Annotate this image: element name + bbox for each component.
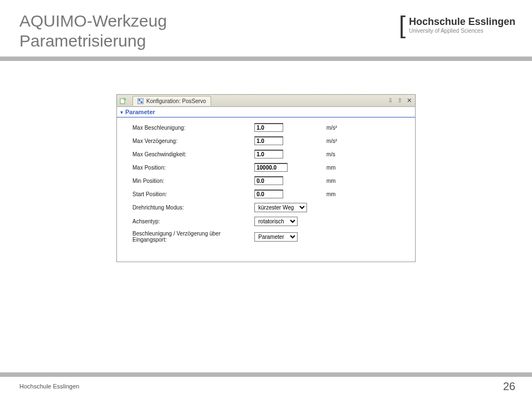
param-control: Parameter [254, 232, 326, 242]
close-icon[interactable]: ✕ [405, 97, 413, 105]
arrow-down-icon[interactable]: ⇩ [386, 97, 394, 105]
param-input[interactable] [254, 123, 283, 132]
config-icon [136, 98, 144, 105]
slide-title-line1: AQUIMO-Werkzeug [19, 12, 167, 30]
param-label: Max Beschleunigung: [132, 125, 254, 131]
param-label: Max Verzögerung: [132, 138, 254, 144]
param-unit: m/s [326, 151, 354, 157]
param-control [254, 150, 326, 158]
footer-text: Hochschule Esslingen [19, 383, 79, 390]
param-select[interactable]: rotatorisch [254, 217, 298, 226]
svg-rect-4 [141, 101, 142, 103]
section-title: Parameter [125, 109, 155, 115]
logo-main-text: Hochschule Esslingen [409, 16, 515, 28]
param-control [254, 163, 326, 172]
page-number: 26 [503, 380, 515, 393]
param-select[interactable]: Parameter [254, 232, 298, 242]
svg-rect-2 [137, 98, 144, 104]
param-unit: mm [326, 191, 354, 197]
logo-bracket-icon: [ [399, 14, 406, 36]
logo-sub-text: University of Applied Sciences [409, 28, 515, 34]
param-row: Beschleunigung / Verzögerung über Eingan… [119, 228, 413, 245]
param-control: rotatorisch [254, 217, 326, 226]
param-label: Start Position: [132, 191, 254, 197]
param-input[interactable] [254, 190, 283, 198]
param-row: Achsentyp:rotatorisch [119, 214, 413, 228]
param-control [254, 123, 326, 132]
param-input[interactable] [254, 163, 288, 172]
param-control [254, 190, 326, 198]
header-divider [0, 57, 532, 61]
param-control [254, 176, 326, 185]
param-label: Drehrichtung Modus: [132, 204, 254, 211]
configuration-window: Konfiguration: PosServo ⇩ ⇧ ✕ ▾ Paramete… [116, 94, 416, 262]
tab-label: Konfiguration: PosServo [146, 98, 206, 104]
param-input[interactable] [254, 150, 283, 158]
param-label: Max Position: [132, 165, 254, 171]
param-unit: mm [326, 165, 354, 171]
slide-title: AQUIMO-Werkzeug Parametrisierung [19, 11, 167, 51]
slide-footer: Hochschule Esslingen 26 [0, 372, 532, 399]
parameter-list: Max Beschleunigung:m/s²Max Verzögerung:m… [117, 117, 415, 262]
param-row: Min Position:mm [119, 174, 413, 187]
param-row: Max Position:mm [119, 161, 413, 174]
param-row: Drehrichtung Modus:kürzester Weg [119, 201, 413, 214]
param-unit: m/s² [326, 138, 354, 144]
param-select[interactable]: kürzester Weg [254, 203, 307, 212]
param-unit: m/s² [326, 125, 354, 131]
collapse-caret-icon: ▾ [120, 109, 123, 115]
param-label: Achsentyp: [132, 218, 254, 224]
window-tab[interactable]: Konfiguration: PosServo [132, 96, 211, 106]
param-row: Max Verzögerung:m/s² [119, 134, 413, 147]
param-row: Max Geschwindigkeit:m/s [119, 147, 413, 161]
window-titlebar: Konfiguration: PosServo ⇩ ⇧ ✕ [117, 95, 415, 107]
param-input[interactable] [254, 136, 283, 145]
param-row: Start Position:mm [119, 187, 413, 201]
param-control [254, 136, 326, 145]
param-label: Max Geschwindigkeit: [132, 151, 254, 157]
param-input[interactable] [254, 176, 283, 185]
section-header-parameter[interactable]: ▾ Parameter [117, 107, 415, 117]
param-label: Beschleunigung / Verzögerung über Eingan… [132, 231, 254, 243]
param-label: Min Position: [132, 178, 254, 184]
param-unit: mm [326, 178, 354, 184]
slide-title-line2: Parametrisierung [19, 32, 146, 50]
param-row: Max Beschleunigung:m/s² [119, 121, 413, 134]
new-icon[interactable] [119, 97, 127, 105]
svg-point-1 [124, 98, 126, 100]
param-control: kürzester Weg [254, 203, 326, 212]
arrow-up-icon[interactable]: ⇧ [396, 97, 403, 105]
svg-rect-3 [139, 99, 140, 101]
institution-logo: [ Hochschule Esslingen University of App… [399, 14, 515, 36]
